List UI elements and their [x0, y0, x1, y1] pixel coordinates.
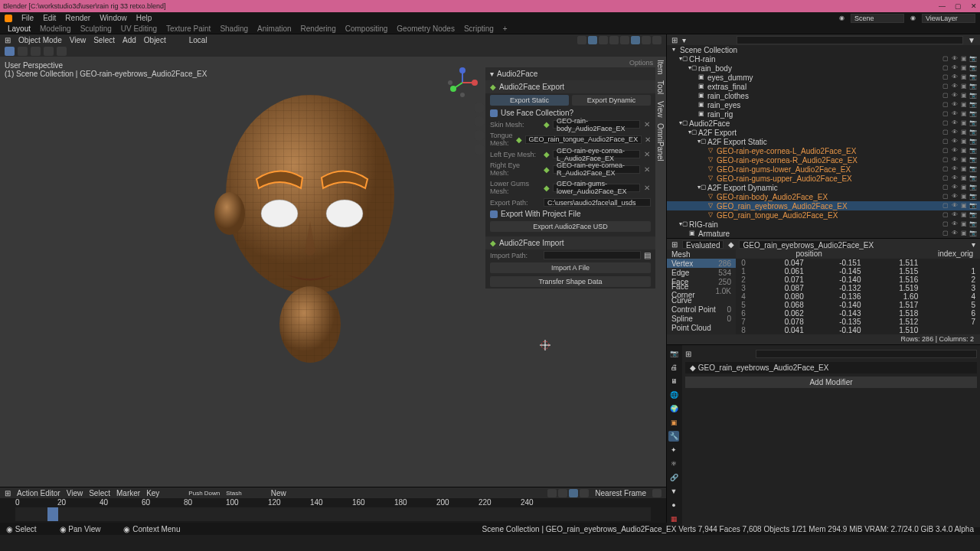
sidebar-tab-item[interactable]: Item [655, 57, 666, 77]
viewlayer-field[interactable] [922, 14, 975, 23]
prop-tab-data[interactable]: ▼ [668, 486, 679, 497]
clear-icon[interactable]: ✕ [643, 120, 651, 129]
data-row[interactable]: 10.061-0.1451.5151 [736, 267, 980, 276]
tree-row[interactable]: ▾▢A2F Export▢👁▣📷 [667, 128, 980, 137]
hide-icon[interactable]: 👁 [951, 101, 959, 109]
timeline-mode[interactable]: Action Editor [17, 489, 60, 497]
tab-sculpting[interactable]: Sculpting [80, 24, 112, 33]
menu-help[interactable]: Help [136, 14, 152, 22]
tab-animation[interactable]: Animation [257, 24, 291, 33]
exclude-icon[interactable]: ▢ [942, 193, 949, 201]
tree-row[interactable]: ▾▢rain_body▢👁▣📷 [667, 64, 980, 73]
prop-tab-constraint[interactable]: 🔗 [668, 472, 679, 483]
editor-type-icon[interactable]: ⊞ [685, 350, 691, 358]
prop-tab-world[interactable]: 🌍 [668, 403, 679, 414]
tree-row[interactable]: ▣eyes_dummy▢👁▣📷 [667, 73, 980, 82]
disable-icon[interactable]: ▣ [960, 92, 968, 99]
hide-icon[interactable]: 👁 [951, 129, 959, 136]
export-usd-button[interactable]: Export Audio2Face USD [490, 221, 651, 232]
tree-row[interactable]: ▾▢A2F Export Static▢👁▣📷 [667, 137, 980, 146]
tree-row[interactable]: ▽GEO-rain-gums-lower_Audio2Face_EX▢👁▣📷 [667, 165, 980, 174]
data-row[interactable]: 40.080-0.1361.604 [736, 292, 980, 301]
hide-icon[interactable]: 👁 [951, 110, 959, 118]
overlay-toggle[interactable] [599, 36, 608, 44]
prop-tab-texture[interactable]: ▦ [668, 514, 679, 524]
pin-icon[interactable]: ◆ [728, 240, 734, 249]
push-down[interactable]: Push Down [188, 490, 220, 497]
tool-rotate[interactable] [44, 47, 54, 56]
render-icon[interactable]: 📷 [969, 55, 977, 63]
disable-icon[interactable]: ▣ [960, 193, 968, 201]
import-path-field[interactable] [544, 251, 641, 259]
transfer-button[interactable]: Transfer Shape Data [490, 276, 651, 287]
tl-view[interactable]: View [67, 489, 83, 497]
hide-icon[interactable]: 👁 [951, 73, 959, 81]
tree-row[interactable]: ▣rain_clothes▢👁▣📷 [667, 91, 980, 100]
hide-icon[interactable]: 👁 [951, 55, 959, 63]
render-icon[interactable]: 📷 [969, 193, 977, 201]
display-mode-icon[interactable]: ▾ [682, 36, 686, 44]
tab-rendering[interactable]: Rendering [301, 24, 336, 33]
exclude-icon[interactable]: ▢ [942, 230, 949, 237]
tree-row[interactable]: ▽GEO-rain-eye-cornea-L_Audio2Face_EX▢👁▣📷 [667, 146, 980, 155]
editor-type-icon[interactable]: ⊞ [671, 36, 678, 44]
maximize-icon[interactable]: ▢ [955, 2, 962, 10]
tree-row[interactable]: ▣extras_final▢👁▣📷 [667, 82, 980, 91]
prop-tab-object[interactable]: ▣ [668, 417, 679, 428]
hide-icon[interactable]: 👁 [951, 138, 959, 145]
sidebar-tab-omni[interactable]: OmniPanel [655, 120, 666, 164]
exclude-icon[interactable]: ▢ [942, 129, 949, 136]
exclude-icon[interactable]: ▢ [942, 92, 949, 99]
hide-icon[interactable]: 👁 [951, 156, 959, 164]
editor-type-icon[interactable]: ⊞ [5, 489, 11, 497]
tool-select[interactable] [5, 47, 15, 56]
data-row[interactable]: 80.041-0.1401.510 [736, 326, 980, 334]
tab-geonodes[interactable]: Geometry Nodes [397, 24, 455, 33]
vp-menu-add[interactable]: Add [122, 36, 136, 44]
prop-tab-render[interactable]: 📷 [668, 348, 679, 359]
eval-mode[interactable]: Evaluated [682, 240, 724, 249]
tree-row[interactable]: ▣rain_rig▢👁▣📷 [667, 109, 980, 119]
disable-icon[interactable]: ▣ [960, 202, 968, 210]
export-dynamic-button[interactable]: Export Dynamic [572, 95, 651, 106]
playhead[interactable] [47, 507, 58, 521]
render-icon[interactable]: 📷 [969, 73, 977, 81]
orientation[interactable]: Local [189, 36, 207, 44]
tree-row[interactable]: ▽GEO-rain-body_Audio2Face_EX▢👁▣📷 [667, 192, 980, 201]
timeline-track[interactable] [15, 507, 651, 521]
hide-icon[interactable]: 👁 [951, 83, 959, 90]
disable-icon[interactable]: ▣ [960, 138, 968, 145]
import-file-button[interactable]: Import A File [490, 262, 651, 273]
tree-root[interactable]: ▾Scene Collection [667, 45, 980, 54]
snap-mode[interactable]: Nearest Frame [595, 489, 646, 497]
exclude-icon[interactable]: ▢ [942, 174, 949, 182]
hide-icon[interactable]: 👁 [951, 174, 959, 182]
mesh-field[interactable]: GEO_rain_tongue_Audio2Face_EX [525, 135, 642, 144]
menu-render[interactable]: Render [65, 14, 90, 22]
play-icon[interactable] [569, 489, 578, 497]
xray-toggle[interactable] [609, 36, 619, 44]
menu-edit[interactable]: Edit [43, 14, 56, 22]
tab-texture[interactable]: Texture Paint [166, 24, 211, 33]
export-static-button[interactable]: Export Static [490, 95, 569, 106]
clear-icon[interactable]: ✕ [643, 165, 651, 174]
exclude-icon[interactable]: ▢ [942, 73, 949, 81]
pan-icon[interactable] [474, 116, 485, 127]
exclude-icon[interactable]: ▢ [942, 220, 949, 228]
use-face-checkbox[interactable] [490, 109, 498, 117]
domain-row[interactable]: Edge534 [667, 268, 736, 277]
disable-icon[interactable]: ▣ [960, 184, 968, 191]
domain-row[interactable]: Vertex286 [667, 259, 736, 268]
clear-icon[interactable]: ✕ [643, 150, 651, 158]
disable-icon[interactable]: ▣ [960, 165, 968, 173]
tl-select[interactable]: Select [89, 489, 110, 497]
tree-row[interactable]: ▽GEO_rain_eyebrows_Audio2Face_EX▢👁▣📷 [667, 201, 980, 210]
add-modifier-button[interactable]: Add Modifier [685, 377, 977, 388]
render-icon[interactable]: 📷 [969, 202, 977, 210]
play-prev-icon[interactable] [558, 489, 567, 497]
render-icon[interactable]: 📷 [969, 119, 977, 127]
render-icon[interactable]: 📷 [969, 110, 977, 118]
exclude-icon[interactable]: ▢ [942, 64, 949, 72]
data-row[interactable]: 20.071-0.1401.5162 [736, 276, 980, 284]
hide-icon[interactable]: 👁 [951, 193, 959, 201]
